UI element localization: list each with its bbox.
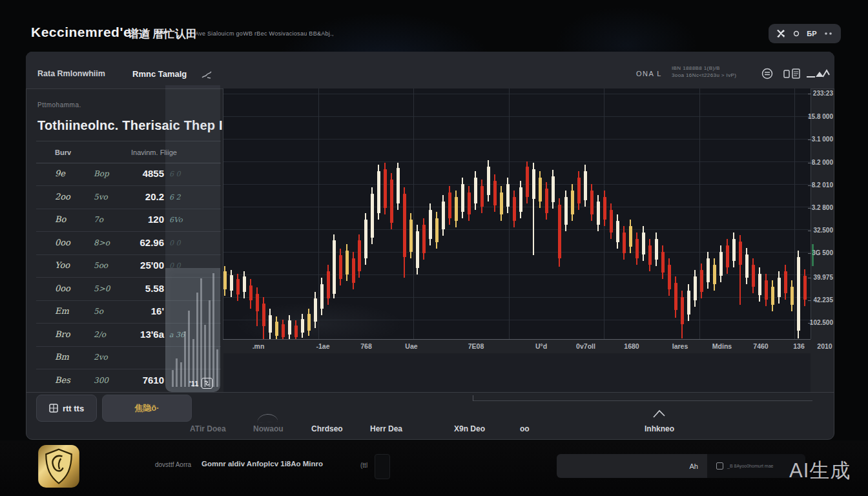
candle-body xyxy=(790,287,794,305)
overlay-badge[interactable]: '11 xyxy=(189,378,212,389)
candle-body xyxy=(403,194,406,257)
footer-brand-main: Gomnr aldiv Anfoplcv 1i8Ao Minro xyxy=(202,460,323,468)
bottom-bar-item[interactable]: Nowaou xyxy=(253,424,284,433)
overlay-mini-bar xyxy=(188,311,190,387)
header-info-line1: IBN 1888B8 1(B)/B xyxy=(672,65,720,71)
candle-body xyxy=(397,168,400,203)
candle-body xyxy=(745,254,749,278)
footer-input-value[interactable]: Ah xyxy=(557,454,707,478)
window-control-label[interactable]: БР xyxy=(807,30,816,37)
bottom-bar-item[interactable]: Herr Dea xyxy=(370,424,402,433)
x-tick-label: 2010 xyxy=(802,342,847,350)
edit-icon[interactable] xyxy=(202,70,212,82)
candle-body xyxy=(442,202,445,229)
candle-body xyxy=(661,252,665,273)
candle-body xyxy=(346,251,349,274)
overlay-mini-bar xyxy=(209,300,211,387)
gridline-h xyxy=(223,229,811,230)
candle-body xyxy=(371,194,374,238)
footer-meta-text: _B 8Ayoo0homurt mae xyxy=(727,464,773,468)
y-tick-label: 32.500 xyxy=(798,227,833,234)
layout-grid-icon[interactable] xyxy=(783,68,800,82)
close-icon[interactable] xyxy=(776,29,785,38)
table-col1-header: Burv xyxy=(55,149,71,156)
bottom-bar-item[interactable]: ATir Doea xyxy=(190,424,226,433)
candle-body xyxy=(429,210,432,239)
timeline-ruler[interactable] xyxy=(473,400,812,401)
x-tick-label: 768 xyxy=(344,342,389,350)
trend-chart-icon[interactable] xyxy=(807,69,830,81)
grid-icon xyxy=(49,404,58,413)
tab-trading[interactable]: Rmnc Tamalg xyxy=(132,69,187,79)
candle-body xyxy=(687,291,690,315)
candlestick-chart[interactable] xyxy=(223,88,811,339)
overlay-mini-bar xyxy=(212,273,214,387)
candle-body xyxy=(519,187,522,212)
candle-body xyxy=(681,297,684,324)
candle-body xyxy=(623,232,626,253)
footer-toggle[interactable] xyxy=(375,454,390,479)
tab-overview[interactable]: Rata Rmlonwhiim xyxy=(37,69,105,78)
overlay-mini-bar xyxy=(184,331,186,387)
attachment-icon xyxy=(716,462,723,470)
candle-body xyxy=(500,192,503,214)
candle-body xyxy=(416,231,419,268)
chart-x-axis xyxy=(223,339,811,340)
candle-body xyxy=(384,169,387,208)
candle-body xyxy=(301,319,304,333)
candle-body xyxy=(539,178,542,202)
action-button[interactable]: 焦隐ô· xyxy=(102,395,192,422)
candle-body xyxy=(778,278,781,297)
y-tick-mark xyxy=(808,163,811,163)
footer-brand-small: dovsttf Aorra xyxy=(155,461,191,468)
bottom-bar-item[interactable]: oo xyxy=(520,424,530,433)
app-tagline: Ave Sialouicm goWB rBec Wosivaciosau BB&… xyxy=(195,30,334,37)
overlay-badge-label: '11 xyxy=(189,380,198,388)
candle-body xyxy=(513,197,516,221)
candle-body xyxy=(364,220,367,258)
gridline-v xyxy=(413,88,414,339)
candle-body xyxy=(352,258,355,283)
candle-body xyxy=(422,225,426,253)
candle-body xyxy=(636,239,639,258)
bottom-bar-item[interactable]: Inhkneo xyxy=(645,424,674,433)
stamp-icon xyxy=(202,378,212,389)
y-tick-label: 3.1 000 xyxy=(798,136,833,143)
candle-body xyxy=(243,276,246,292)
y-tick-label: 8.2 010 xyxy=(798,181,833,189)
app-title-cjk: 谱遒 暦忙认田 xyxy=(128,26,197,41)
candle-body xyxy=(461,184,464,212)
more-dots-icon[interactable] xyxy=(824,32,833,36)
candle-body xyxy=(474,178,477,203)
y-tick-mark xyxy=(808,94,811,94)
gridline-h xyxy=(223,274,811,275)
list-view-button[interactable]: rtt tts xyxy=(36,395,97,422)
footer-mid-label: (ttl xyxy=(360,462,367,469)
y-tick-label: 8.2 000 xyxy=(798,159,833,166)
list-view-button-label: rtt tts xyxy=(63,404,84,413)
timeline-ruler-tick xyxy=(473,395,473,401)
y-tick-mark xyxy=(808,300,811,301)
candle-body xyxy=(506,184,510,207)
gridline-h xyxy=(223,184,811,185)
candle-body xyxy=(230,275,233,291)
bottom-bar-item[interactable]: X9n Deo xyxy=(454,424,485,433)
candle-body xyxy=(377,171,380,213)
candle-body xyxy=(282,324,285,337)
gridline-h xyxy=(223,94,811,94)
y-tick-label: 3.2 800 xyxy=(798,204,833,211)
action-button-label: 焦隐ô· xyxy=(134,402,159,414)
brand-logo xyxy=(37,444,80,488)
window-controls[interactable]: БР xyxy=(769,24,841,43)
circle-icon[interactable] xyxy=(793,30,800,37)
account-icon[interactable] xyxy=(761,68,773,82)
candle-body xyxy=(648,245,652,265)
y-tick-label: 233:23 xyxy=(798,90,833,97)
candle-body xyxy=(629,226,632,247)
candle-body xyxy=(480,186,484,207)
bottom-bar-item[interactable]: Chrdseo xyxy=(311,424,343,433)
candle-body xyxy=(448,192,451,218)
footer-search-bar[interactable]: Ah _B 8Ayoo0homurt mae xyxy=(557,454,805,478)
candle-body xyxy=(552,176,555,202)
y-tick-mark xyxy=(808,208,811,209)
